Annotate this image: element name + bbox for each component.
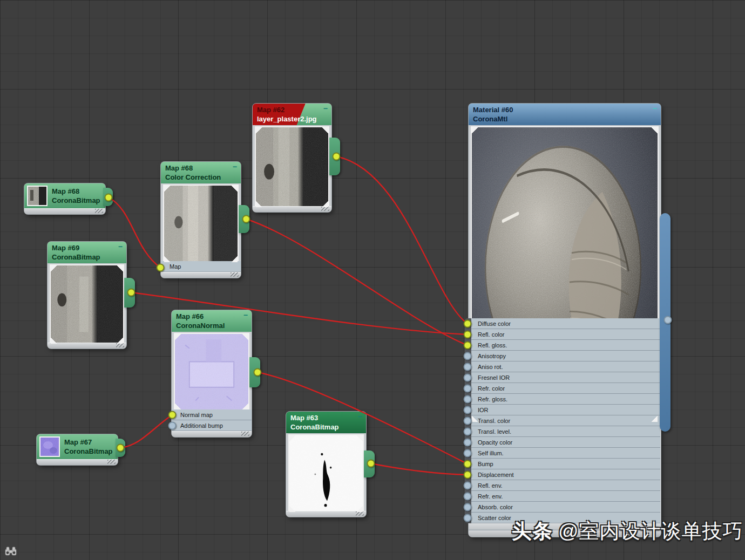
slot-label: Anisotropy <box>478 353 506 359</box>
material-input-slot[interactable]: Displacement <box>469 469 660 480</box>
material-input-connector-refr-gloss[interactable] <box>464 395 472 404</box>
node-map63-header[interactable]: Map #63 CoronaBitmap − <box>286 412 366 433</box>
wire-map63-to-displacement[interactable] <box>371 463 468 475</box>
material-input-connector-diffuse-color[interactable] <box>464 320 472 328</box>
node-material60[interactable]: Material #60 CoronaMtl − <box>469 104 661 537</box>
minimize-icon[interactable]: − <box>243 311 248 320</box>
slot-label: Bump <box>478 461 493 467</box>
material-input-slot[interactable]: Aniso rot. <box>469 361 660 372</box>
map63-output-connector[interactable] <box>367 460 375 468</box>
material-input-connector-transl-color[interactable] <box>464 417 472 425</box>
node-map68-color-correction[interactable]: Map #68 Color Correction − Map <box>161 162 241 278</box>
node-title: Material #60 <box>473 105 656 114</box>
material-input-slot[interactable]: Self illum. <box>469 448 660 459</box>
wire-map67-to-normal-map[interactable] <box>120 415 172 448</box>
minimize-icon[interactable]: − <box>233 162 237 172</box>
material-input-slot[interactable]: Absorb. color <box>469 502 660 513</box>
material-input-connector-displacement[interactable] <box>464 471 472 479</box>
map62-output-connector[interactable] <box>333 153 341 161</box>
wire-map62-to-diffuse-color[interactable] <box>336 156 468 324</box>
node-map69-header[interactable]: Map #69 CoronaBitmap − <box>48 242 126 263</box>
map68bitmap-output-connector[interactable] <box>105 194 113 202</box>
resize-grip-icon[interactable] <box>321 207 329 211</box>
node-map66-header[interactable]: Map #66 CoronaNormal − <box>172 310 252 332</box>
node-subtitle: CoronaBitmap <box>290 422 362 432</box>
material-input-slot[interactable]: Refl. color <box>469 329 660 340</box>
node-material60-header[interactable]: Material #60 CoronaMtl − <box>469 104 661 125</box>
material-input-connector-anisotropy[interactable] <box>464 352 472 360</box>
watermark: 头条@室内设计谈单技巧 <box>512 518 743 545</box>
material-input-connector-refr-env[interactable] <box>464 493 472 501</box>
material-input-slot[interactable]: Transl. level. <box>469 426 660 437</box>
node-map68-coronabitmap[interactable]: Map #68 CoronaBitmap <box>24 183 105 214</box>
resize-grip-icon[interactable] <box>356 511 364 516</box>
material-input-slot[interactable]: Opacity color <box>469 437 660 448</box>
node-map67[interactable]: Map #67 CoronaBitmap <box>37 434 118 465</box>
material-input-connector-refl-env[interactable] <box>464 482 472 490</box>
node-map62-header[interactable]: Map #62 layer_plaster2.jpg − <box>253 104 331 125</box>
node-footer <box>161 272 241 278</box>
resize-grip-icon[interactable] <box>116 343 124 347</box>
minimize-icon[interactable]: − <box>118 242 123 251</box>
material-input-connector-aniso-rot[interactable] <box>464 363 472 371</box>
material-input-slot[interactable]: Refr. env. <box>469 491 660 502</box>
material-input-slot[interactable]: Bump <box>469 459 660 469</box>
node-map68cc-header[interactable]: Map #68 Color Correction − <box>161 162 241 183</box>
material-input-slot[interactable]: Anisotropy <box>469 351 660 361</box>
slate-material-editor-canvas[interactable]: Map #62 layer_plaster2.jpg − Map #68 <box>0 0 745 560</box>
material-input-slot[interactable]: Refl. env. <box>469 480 660 491</box>
resize-grip-icon[interactable] <box>231 272 239 277</box>
map66-normal-map-input-connector[interactable] <box>168 411 177 419</box>
node-footer <box>24 208 105 214</box>
resize-grip-icon[interactable] <box>107 460 116 464</box>
minimize-icon[interactable]: − <box>358 412 362 421</box>
material-input-connector-bump[interactable] <box>464 460 472 468</box>
material-input-connector-refr-color[interactable] <box>464 385 472 393</box>
map67-thumbnail <box>39 436 60 457</box>
minimize-icon[interactable]: − <box>653 104 657 113</box>
material-input-connector-refl-gloss[interactable] <box>464 342 472 350</box>
node-footer <box>253 206 331 212</box>
slot-label: Refr. gloss. <box>478 396 507 402</box>
material-input-slot[interactable]: Refr. gloss. <box>469 394 660 405</box>
node-map62[interactable]: Map #62 layer_plaster2.jpg − <box>253 104 331 212</box>
wire-map68cc-to-refl-gloss[interactable] <box>246 219 468 345</box>
material-input-connector-opacity-color[interactable] <box>464 439 472 447</box>
material-input-connector-self-illum[interactable] <box>464 449 472 457</box>
node-subtitle: CoronaNormal <box>176 321 247 330</box>
material-input-connector-transl-level[interactable] <box>464 428 472 436</box>
material-output-connector[interactable] <box>664 316 672 324</box>
map66-input-slot[interactable]: Normal map <box>172 409 252 420</box>
slot-label: Normal map <box>180 412 213 418</box>
map-input-slot[interactable]: Map <box>161 261 241 272</box>
resize-grip-icon[interactable] <box>241 432 249 436</box>
map68cc-output-connector[interactable] <box>242 215 250 223</box>
material-input-connector-fresnel-ior[interactable] <box>464 374 472 382</box>
map66-input-slot[interactable]: Additional bump <box>172 420 252 431</box>
node-subtitle: CoronaMtl <box>473 114 656 124</box>
minimize-icon[interactable]: − <box>323 104 328 113</box>
node-footer <box>172 431 252 437</box>
material-input-slot[interactable]: Fresnel IOR <box>469 372 660 383</box>
resize-grip-icon[interactable] <box>95 209 103 213</box>
map66-output-connector[interactable] <box>254 368 262 377</box>
material-input-connector-ior[interactable] <box>464 406 472 414</box>
node-map63[interactable]: Map #63 CoronaBitmap − <box>286 412 366 517</box>
map66-additional-bump-input-connector[interactable] <box>168 422 177 430</box>
material-input-slot[interactable]: IOR <box>469 405 660 415</box>
node-subtitle: layer_plaster2.jpg <box>257 114 327 124</box>
node-map66-coronanormal[interactable]: Map #66 CoronaNormal − Normal map <box>172 310 252 437</box>
material-input-connector-scatter-color[interactable] <box>464 514 472 522</box>
material-input-slot[interactable]: Transl. color <box>469 415 660 426</box>
map69-output-connector[interactable] <box>127 289 136 297</box>
material-input-connector-refl-color[interactable] <box>464 331 472 339</box>
node-map69[interactable]: Map #69 CoronaBitmap − <box>48 242 126 349</box>
material-input-slot[interactable]: Refl. gloss. <box>469 340 660 351</box>
material-input-slot[interactable]: Diffuse color <box>469 318 660 329</box>
slot-label: Transl. color <box>478 418 510 424</box>
material-input-slot[interactable]: Refr. color <box>469 383 660 394</box>
material-input-connector-absorb-color[interactable] <box>464 503 472 511</box>
map68cc-map-input-connector[interactable] <box>157 264 165 272</box>
map62-bitmap-preview <box>255 126 329 208</box>
map67-output-connector[interactable] <box>117 444 125 452</box>
